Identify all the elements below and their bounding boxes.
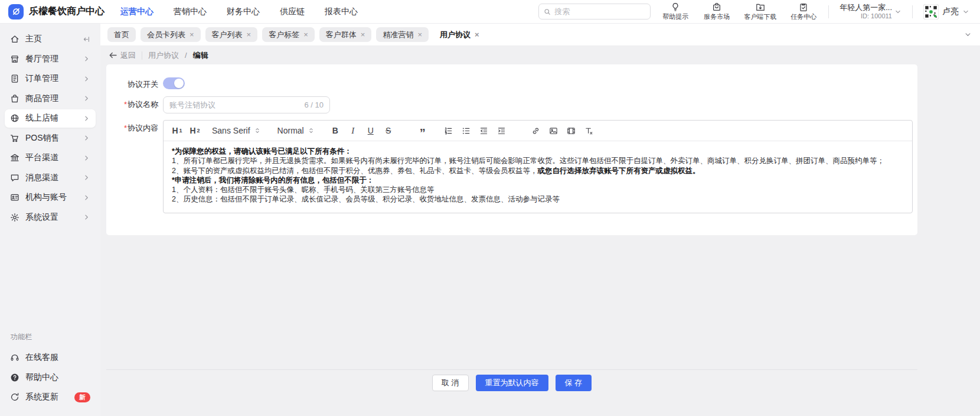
help-icon bbox=[10, 373, 19, 382]
sidebar-item-orders[interactable]: 订单管理 bbox=[5, 70, 96, 88]
agreement-name-input[interactable]: 账号注销协议 6 / 10 bbox=[163, 96, 330, 113]
toolbar-image-button[interactable] bbox=[546, 123, 561, 138]
sidebar-item-label: 主页 bbox=[25, 34, 77, 44]
app-logo-icon bbox=[8, 4, 24, 20]
quick-action-service-market[interactable]: 服务市场 bbox=[703, 2, 731, 21]
tab-customer-list[interactable]: 客户列表× bbox=[205, 27, 258, 42]
user-menu[interactable]: 卢亮 bbox=[923, 4, 969, 20]
sidebar-item-label: 系统设置 bbox=[25, 212, 77, 223]
collapse-icon[interactable] bbox=[83, 35, 90, 43]
tab-overflow-button[interactable] bbox=[961, 28, 974, 41]
toolbar-bullet-list-button[interactable] bbox=[459, 123, 474, 138]
logo-wrap[interactable]: 乐檬餐饮商户中心 bbox=[0, 4, 105, 20]
close-icon[interactable]: × bbox=[475, 31, 479, 38]
toolbar-strike-button[interactable]: S bbox=[381, 123, 396, 138]
chevron-down-icon bbox=[962, 8, 969, 15]
char-counter: 6 / 10 bbox=[304, 100, 324, 109]
tab-member-card-list[interactable]: 会员卡列表× bbox=[141, 27, 201, 42]
download-icon bbox=[756, 2, 765, 12]
quick-actions: 帮助提示服务市场客户端下载任务中心 bbox=[661, 2, 818, 21]
sidebar-item-message[interactable]: 消息渠道 bbox=[5, 168, 96, 187]
toolbar-font-family-select[interactable]: Sans Serif bbox=[210, 123, 263, 138]
editor-content[interactable]: *为保障您的权益，请确认该账号已满足以下所有条件：1、所有订单都已履行完毕，并且… bbox=[164, 141, 912, 212]
org-icon bbox=[10, 193, 19, 202]
toolbar-h1-button[interactable]: H1 bbox=[169, 123, 185, 138]
nav-marketing[interactable]: 营销中心 bbox=[174, 6, 207, 17]
toolbar-bold-button[interactable]: B bbox=[328, 123, 343, 138]
agreement-switch-toggle[interactable] bbox=[163, 77, 185, 89]
agreement-edit-card: 协议开关 *协议名称 账号注销协议 6 / 10 *协议内容 H1H2San bbox=[106, 64, 917, 235]
merchant-name: 年轻人第一家... bbox=[839, 3, 892, 12]
sidebar-item-label: 帮助中心 bbox=[25, 372, 90, 383]
toolbar-font-size-select[interactable]: Normal bbox=[275, 123, 317, 138]
save-button[interactable]: 保 存 bbox=[556, 375, 592, 391]
cancel-button[interactable]: 取 消 bbox=[432, 375, 469, 391]
toolbar-outdent-button[interactable] bbox=[476, 123, 492, 138]
sidebar-item-system-update[interactable]: 系统更新新 bbox=[5, 388, 96, 407]
close-icon[interactable]: × bbox=[417, 31, 422, 38]
sidebar-item-label: 消息渠道 bbox=[25, 173, 77, 183]
toolbar-link-button[interactable] bbox=[528, 123, 544, 138]
tab-user-agreement[interactable]: 用户协议× bbox=[433, 27, 486, 42]
sidebar-item-org-account[interactable]: 机构与账号 bbox=[5, 188, 96, 207]
sidebar-item-label: 在线客服 bbox=[25, 352, 90, 363]
nav-supply-chain[interactable]: 供应链 bbox=[280, 6, 305, 17]
quick-action-task-center[interactable]: 任务中心 bbox=[789, 2, 818, 21]
tab-label: 会员卡列表 bbox=[147, 30, 185, 40]
toolbar-clear-format-button[interactable] bbox=[582, 123, 597, 138]
breadcrumb-parent: 用户协议 bbox=[148, 50, 179, 61]
sidebar-item-online-service[interactable]: 在线客服 bbox=[5, 349, 96, 367]
close-icon[interactable]: × bbox=[303, 31, 308, 38]
merchant-account[interactable]: 年轻人第一家... ID: 100011 bbox=[839, 3, 901, 21]
tab-label: 用户协议 bbox=[440, 30, 471, 40]
sidebar-item-label: 机构与账号 bbox=[25, 192, 77, 203]
chevron-right-icon bbox=[83, 75, 90, 83]
editor-toolbar: H1H2Sans SerifNormalBIUS” bbox=[164, 121, 912, 141]
breadcrumb-divider bbox=[142, 51, 142, 60]
tab-home[interactable]: 首页 bbox=[107, 27, 136, 42]
quick-action-label: 客户端下载 bbox=[744, 12, 776, 21]
quick-action-help-tips[interactable]: 帮助提示 bbox=[661, 2, 690, 21]
tab-customer-groups[interactable]: 客户群体× bbox=[319, 27, 372, 42]
new-badge: 新 bbox=[74, 392, 90, 402]
close-icon[interactable]: × bbox=[247, 31, 251, 38]
tab-precision-marketing[interactable]: 精准营销× bbox=[376, 27, 429, 42]
online-store-icon bbox=[10, 113, 19, 123]
app-window: 乐檬餐饮商户中心 运营中心营销中心财务中心供应链报表中心 帮助提示服务市场客户端… bbox=[0, 0, 980, 416]
toolbar-ordered-list-button[interactable] bbox=[441, 123, 456, 138]
toolbar-h2-button[interactable]: H2 bbox=[187, 123, 202, 138]
toolbar-underline-button[interactable]: U bbox=[363, 123, 378, 138]
sidebar-item-settings[interactable]: 系统设置 bbox=[5, 208, 96, 226]
back-arrow-icon bbox=[109, 51, 117, 60]
sidebar-item-platform[interactable]: 平台渠道 bbox=[5, 149, 96, 167]
chevron-right-icon bbox=[83, 55, 90, 63]
video-icon bbox=[567, 126, 576, 135]
chevron-right-icon bbox=[83, 134, 90, 142]
toolbar-indent-button[interactable] bbox=[494, 123, 509, 138]
sidebar-item-restaurant[interactable]: 餐厅管理 bbox=[5, 50, 96, 68]
tab-customer-tags[interactable]: 客户标签× bbox=[262, 27, 315, 42]
close-icon[interactable]: × bbox=[361, 31, 365, 38]
toolbar-blockquote-button[interactable]: ” bbox=[415, 123, 430, 138]
search-box[interactable] bbox=[538, 4, 651, 20]
nav-operations[interactable]: 运营中心 bbox=[120, 6, 153, 17]
sidebar-item-online-store[interactable]: 线上店铺 bbox=[5, 109, 96, 128]
search-input[interactable] bbox=[554, 7, 645, 16]
quick-action-client-download[interactable]: 客户端下载 bbox=[744, 2, 776, 21]
image-icon bbox=[549, 126, 558, 135]
sidebar-item-pos[interactable]: POS销售 bbox=[5, 129, 96, 147]
breadcrumb: 返回 用户协议 / 编辑 bbox=[100, 46, 980, 64]
toolbar-italic-button[interactable]: I bbox=[345, 123, 361, 138]
toolbar-font-family-value: Sans Serif bbox=[212, 126, 250, 135]
tab-label: 精准营销 bbox=[383, 30, 413, 40]
reset-default-button[interactable]: 重置为默认内容 bbox=[476, 375, 548, 391]
sidebar-item-help-center[interactable]: 帮助中心 bbox=[5, 368, 96, 386]
nav-finance[interactable]: 财务中心 bbox=[227, 6, 260, 17]
pos-icon bbox=[10, 134, 19, 143]
sidebar-item-home[interactable]: 主页 bbox=[5, 30, 96, 48]
nav-reports[interactable]: 报表中心 bbox=[325, 6, 358, 17]
toolbar-video-button[interactable] bbox=[564, 123, 579, 138]
back-button[interactable]: 返回 bbox=[109, 50, 136, 61]
sidebar-item-goods[interactable]: 商品管理 bbox=[5, 89, 96, 108]
close-icon[interactable]: × bbox=[190, 31, 194, 38]
